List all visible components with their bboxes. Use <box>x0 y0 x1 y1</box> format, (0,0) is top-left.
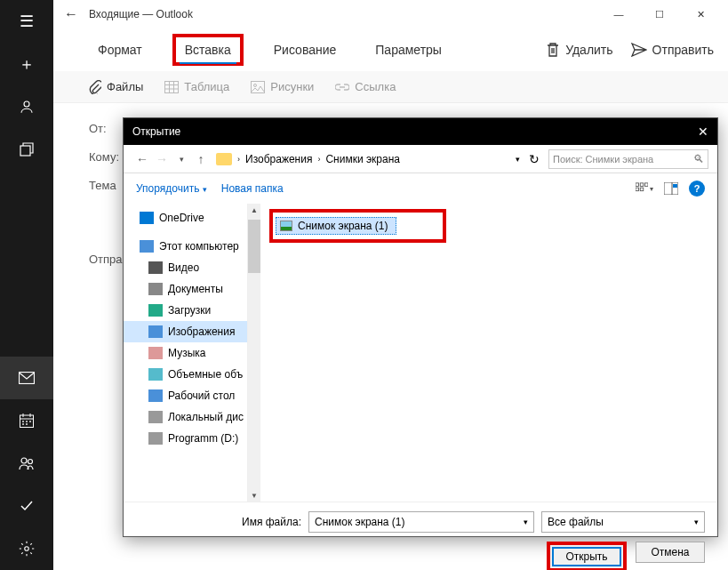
filename-input[interactable]: Снимок экрана (1) ▾ <box>308 511 534 533</box>
file-name: Снимок экрана (1) <box>298 220 388 232</box>
back-icon[interactable]: ← <box>60 6 82 22</box>
svg-rect-17 <box>645 183 649 187</box>
tree-3dobjects[interactable]: Объемные объ <box>124 364 247 385</box>
downloads-icon <box>148 304 163 317</box>
tree-music[interactable]: Музыка <box>124 342 247 364</box>
tree-localdisk[interactable]: Локальный дис <box>124 406 247 428</box>
tree-scrollbar[interactable]: ▲ ▼ <box>248 204 260 502</box>
tool-link[interactable]: Ссылка <box>335 80 396 93</box>
drive-icon <box>148 411 163 423</box>
svg-point-10 <box>28 460 33 464</box>
tree-videos[interactable]: Видео <box>124 257 247 278</box>
breadcrumb-item[interactable]: Снимки экрана <box>325 153 400 165</box>
title-bar: ← Входящие — Outlook — ☐ ✕ <box>53 0 728 28</box>
preview-pane-icon[interactable] <box>662 180 680 197</box>
send-label: Отправить <box>652 43 714 57</box>
file-item[interactable]: Снимок экрана (1) <box>276 217 396 235</box>
tree-pictures[interactable]: Изображения <box>124 321 247 342</box>
tool-table[interactable]: Таблица <box>164 80 229 93</box>
help-icon[interactable]: ? <box>689 181 705 197</box>
folder-tree: OneDrive Этот компьютер Видео Документы … <box>124 204 248 502</box>
minimize-button[interactable]: — <box>598 0 639 28</box>
image-icon <box>251 81 265 93</box>
tab-options[interactable]: Параметры <box>366 37 451 62</box>
svg-point-5 <box>27 421 28 422</box>
table-icon <box>164 81 179 93</box>
drive-icon <box>148 432 163 445</box>
tree-programd[interactable]: Programm (D:) <box>124 428 247 449</box>
organize-menu[interactable]: Упорядочить ▾ <box>136 182 207 195</box>
file-open-dialog: Открытие ✕ ← → ▾ ↑ › Изображения › Снимк… <box>123 117 718 537</box>
tabs-icon[interactable] <box>0 128 53 171</box>
close-button[interactable]: ✕ <box>680 0 721 28</box>
nav-forward-icon[interactable]: → <box>152 152 172 166</box>
app-sidebar: ☰ ＋ <box>0 0 53 570</box>
open-button[interactable]: Открыть <box>552 547 621 566</box>
dialog-title-bar: Открытие ✕ <box>124 118 717 145</box>
dialog-nav-bar: ← → ▾ ↑ › Изображения › Снимки экрана ▾ … <box>124 145 717 173</box>
svg-point-6 <box>30 421 31 422</box>
cloud-icon <box>140 212 154 224</box>
pictures-icon <box>148 325 163 338</box>
svg-point-0 <box>24 101 29 107</box>
menu-icon[interactable]: ☰ <box>0 0 53 43</box>
new-icon[interactable]: ＋ <box>0 43 53 85</box>
open-button-highlight: Открыть <box>547 542 627 570</box>
tree-downloads[interactable]: Загрузки <box>124 300 247 321</box>
video-icon <box>148 261 163 274</box>
svg-point-11 <box>25 547 29 551</box>
new-folder-button[interactable]: Новая папка <box>221 182 284 195</box>
dropdown-icon[interactable]: ▾ <box>524 518 528 526</box>
maximize-button[interactable]: ☐ <box>639 0 680 28</box>
settings-icon[interactable] <box>0 527 53 570</box>
tool-images[interactable]: Рисунки <box>251 80 314 93</box>
search-input[interactable]: Поиск: Снимки экрана 🔍︎ <box>548 149 708 169</box>
tree-thispc[interactable]: Этот компьютер <box>124 236 247 257</box>
toolbar-row: Файлы Таблица Рисунки Ссылка <box>53 71 728 103</box>
filename-label: Имя файла: <box>136 516 301 528</box>
tab-format[interactable]: Формат <box>89 37 151 62</box>
scroll-up-icon[interactable]: ▲ <box>248 204 260 216</box>
refresh-icon[interactable]: ↻ <box>525 152 543 166</box>
dialog-close-icon[interactable]: ✕ <box>698 124 708 139</box>
scroll-thumb[interactable] <box>248 220 260 273</box>
tree-desktop[interactable]: Рабочий стол <box>124 385 247 406</box>
music-icon <box>148 347 163 359</box>
view-mode-icon[interactable]: ▾ <box>636 180 653 197</box>
send-button[interactable]: Отправить <box>631 43 714 57</box>
trash-icon <box>546 42 560 58</box>
delete-label: Удалить <box>565 43 612 57</box>
todo-icon[interactable] <box>0 485 53 527</box>
svg-rect-12 <box>165 81 179 92</box>
scroll-down-icon[interactable]: ▼ <box>248 489 260 502</box>
dialog-title: Открытие <box>132 125 180 138</box>
delete-button[interactable]: Удалить <box>546 42 612 58</box>
nav-recent-icon[interactable]: ▾ <box>172 155 191 164</box>
tab-draw[interactable]: Рисование <box>265 37 346 62</box>
dialog-body: OneDrive Этот компьютер Видео Документы … <box>124 204 717 502</box>
tool-images-label: Рисунки <box>270 80 314 93</box>
image-file-icon <box>280 221 292 231</box>
attachment-icon <box>89 80 101 94</box>
file-list[interactable]: Снимок экрана (1) <box>260 204 717 502</box>
nav-back-icon[interactable]: ← <box>132 152 152 166</box>
tool-files[interactable]: Файлы <box>89 80 143 94</box>
tree-documents[interactable]: Документы <box>124 278 247 300</box>
file-item-highlight: Снимок экрана (1) <box>269 209 446 243</box>
link-icon <box>335 83 349 92</box>
calendar-icon[interactable] <box>0 399 53 442</box>
nav-up-icon[interactable]: ↑ <box>191 152 211 166</box>
breadcrumb-item[interactable]: Изображения <box>245 153 312 165</box>
people-icon[interactable] <box>0 85 53 128</box>
tree-onedrive[interactable]: OneDrive <box>124 207 247 229</box>
filetype-filter[interactable]: Все файлы ▾ <box>541 511 705 533</box>
tool-files-label: Файлы <box>107 80 143 93</box>
tab-insert[interactable]: Вставка <box>172 34 244 66</box>
mail-icon[interactable] <box>0 357 53 399</box>
search-placeholder: Поиск: Снимки экрана <box>553 154 653 165</box>
dropdown-icon[interactable]: ▾ <box>694 518 699 526</box>
cancel-button[interactable]: Отмена <box>636 542 705 563</box>
search-icon[interactable]: 🔍︎ <box>693 153 704 165</box>
contacts-icon[interactable] <box>0 442 53 485</box>
breadcrumb[interactable]: › Изображения › Снимки экрана ▾ <box>237 153 525 165</box>
